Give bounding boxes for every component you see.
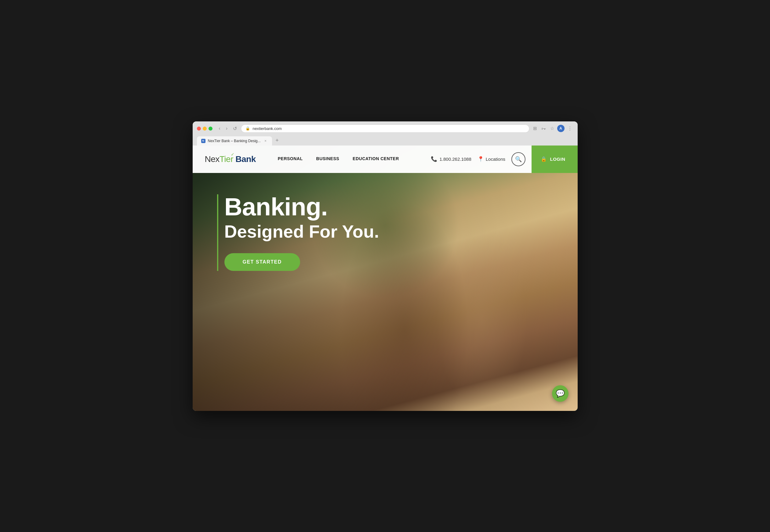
phone-number: 1.800.262.1088 (440, 156, 471, 162)
new-tab-button[interactable]: + (273, 136, 281, 145)
chat-widget[interactable]: 💬 (552, 385, 568, 402)
active-tab[interactable]: N NexTier Bank – Banking Desig... × (197, 136, 272, 146)
login-label: LOGIN (550, 156, 565, 162)
search-button[interactable]: 🔍 (511, 152, 525, 166)
website-content: NexTier Bank PERSONAL BUSINESS EDUCATION… (192, 146, 578, 411)
nav-links: PERSONAL BUSINESS EDUCATION CENTER (271, 146, 431, 173)
toolbar-actions: ⊞ 🗝 ☆ A ⋮ (532, 124, 573, 132)
search-icon: 🔍 (515, 156, 522, 163)
url-text: nextierbank.com (253, 126, 282, 131)
pin-icon: 📍 (477, 156, 484, 162)
maximize-window-button[interactable] (209, 127, 213, 131)
browser-titlebar: ‹ › ↺ 🔒 nextierbank.com ⊞ 🗝 ☆ A ⋮ N (192, 121, 578, 146)
tab-close-button[interactable]: × (263, 138, 268, 143)
extensions-button[interactable]: ⊞ (532, 124, 538, 132)
logo-bank: Bank (233, 154, 256, 164)
close-window-button[interactable] (197, 127, 201, 131)
locations-link[interactable]: 📍 Locations (477, 156, 505, 162)
profile-icon[interactable]: A (557, 125, 564, 132)
site-navigation: NexTier Bank PERSONAL BUSINESS EDUCATION… (192, 146, 578, 173)
nav-personal[interactable]: PERSONAL (271, 146, 310, 173)
nav-right: 📞 1.800.262.1088 📍 Locations 🔍 🔒 LOGIN (431, 146, 565, 173)
browser-controls: ‹ › ↺ 🔒 nextierbank.com ⊞ 🗝 ☆ A ⋮ (197, 124, 573, 133)
hero-subtitle: Designed For You. (225, 222, 379, 241)
refresh-button[interactable]: ↺ (232, 125, 239, 132)
logo-tier: Tier (220, 154, 233, 164)
locations-text: Locations (486, 156, 505, 162)
key-icon-button[interactable]: 🗝 (540, 125, 547, 132)
phone-link[interactable]: 📞 1.800.262.1088 (431, 156, 471, 162)
forward-button[interactable]: › (225, 125, 229, 132)
login-button[interactable]: 🔒 LOGIN (531, 146, 578, 173)
menu-button[interactable]: ⋮ (566, 124, 573, 132)
hero-content: Banking. Designed For You. GET STARTED (217, 194, 379, 271)
login-lock-icon: 🔒 (541, 156, 547, 162)
nav-education-center[interactable]: EDUCATION CENTER (346, 146, 406, 173)
get-started-button[interactable]: GET STARTED (225, 253, 300, 271)
tab-title: NexTier Bank – Banking Desig... (208, 139, 261, 143)
hero-border: Banking. Designed For You. GET STARTED (217, 194, 379, 271)
traffic-lights (197, 127, 213, 131)
bookmark-button[interactable]: ☆ (549, 124, 555, 132)
logo[interactable]: NexTier Bank (205, 154, 256, 164)
minimize-window-button[interactable] (203, 127, 207, 131)
tab-bar: N NexTier Bank – Banking Desig... × + (197, 136, 573, 146)
phone-icon: 📞 (431, 156, 437, 162)
logo-text: NexTier Bank (205, 154, 256, 164)
browser-window: ‹ › ↺ 🔒 nextierbank.com ⊞ 🗝 ☆ A ⋮ N (192, 121, 578, 411)
address-bar[interactable]: 🔒 nextierbank.com (241, 124, 529, 133)
logo-nex: Nex (205, 154, 220, 164)
back-button[interactable]: ‹ (218, 125, 222, 132)
hero-figures (192, 146, 578, 411)
chat-icon: 💬 (556, 389, 565, 398)
lock-icon: 🔒 (246, 126, 250, 131)
nav-business[interactable]: BUSINESS (310, 146, 346, 173)
tab-favicon: N (201, 139, 206, 143)
hero-title: Banking. (225, 194, 379, 219)
